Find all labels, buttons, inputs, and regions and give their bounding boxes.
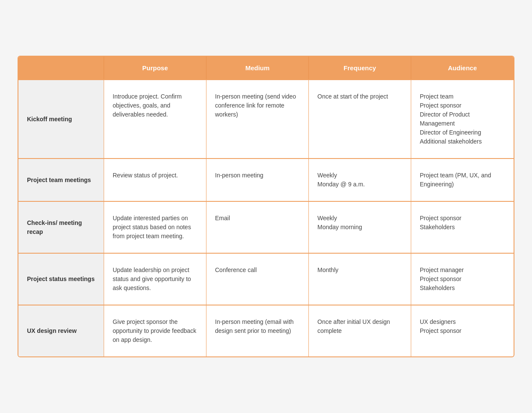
row-label-ux-review: UX design review (18, 305, 104, 356)
cell-status-frequency: Monthly (309, 254, 411, 305)
header-medium: Medium (206, 57, 309, 79)
cell-ux-audience: UX designers Project sponsor (411, 305, 514, 356)
cell-team-meetings-purpose: Review status of project. (104, 159, 206, 201)
cell-status-medium: Conference call (206, 254, 309, 305)
row-label-team-meetings: Project team meetings (18, 159, 104, 201)
cell-team-meetings-audience: Project team (PM, UX, and Engineering) (411, 159, 514, 201)
header-audience: Audience (411, 57, 514, 79)
table-row: UX design review Give project sponsor th… (18, 305, 514, 356)
cell-kickoff-purpose: Introduce project. Confirm objectives, g… (104, 80, 206, 158)
cell-ux-purpose: Give project sponsor the opportunity to … (104, 305, 206, 356)
cell-status-purpose: Update leadership on project status and … (104, 254, 206, 305)
cell-checkins-medium: Email (206, 202, 309, 253)
cell-checkins-purpose: Update interested parties on project sta… (104, 202, 206, 253)
header-empty (18, 57, 104, 79)
row-label-kickoff: Kickoff meeting (18, 80, 104, 158)
cell-checkins-frequency: Weekly Monday morning (309, 202, 411, 253)
cell-status-audience: Project manager Project sponsor Stakehol… (411, 254, 514, 305)
row-label-checkins: Check-ins/ meeting recap (18, 202, 104, 253)
header-purpose: Purpose (104, 57, 206, 79)
table-row: Project team meetings Review status of p… (18, 158, 514, 201)
cell-ux-medium: In-person meeting (email with design sen… (206, 305, 309, 356)
cell-team-meetings-frequency: Weekly Monday @ 9 a.m. (309, 159, 411, 201)
cell-kickoff-audience: Project team Project sponsor Director of… (411, 80, 514, 158)
cell-team-meetings-medium: In-person meeting (206, 159, 309, 201)
table-row: Kickoff meeting Introduce project. Confi… (18, 79, 514, 158)
table-header: Purpose Medium Frequency Audience (18, 57, 514, 79)
table-row: Check-ins/ meeting recap Update interest… (18, 201, 514, 253)
cell-kickoff-medium: In-person meeting (send video conference… (206, 80, 309, 158)
cell-ux-frequency: Once after initial UX design complete (309, 305, 411, 356)
row-label-status-meetings: Project status meetings (18, 254, 104, 305)
header-frequency: Frequency (309, 57, 411, 79)
table-row: Project status meetings Update leadershi… (18, 253, 514, 305)
communication-plan-table: Purpose Medium Frequency Audience Kickof… (18, 56, 514, 357)
cell-checkins-audience: Project sponsor Stakeholders (411, 202, 514, 253)
cell-kickoff-frequency: Once at start of the project (309, 80, 411, 158)
